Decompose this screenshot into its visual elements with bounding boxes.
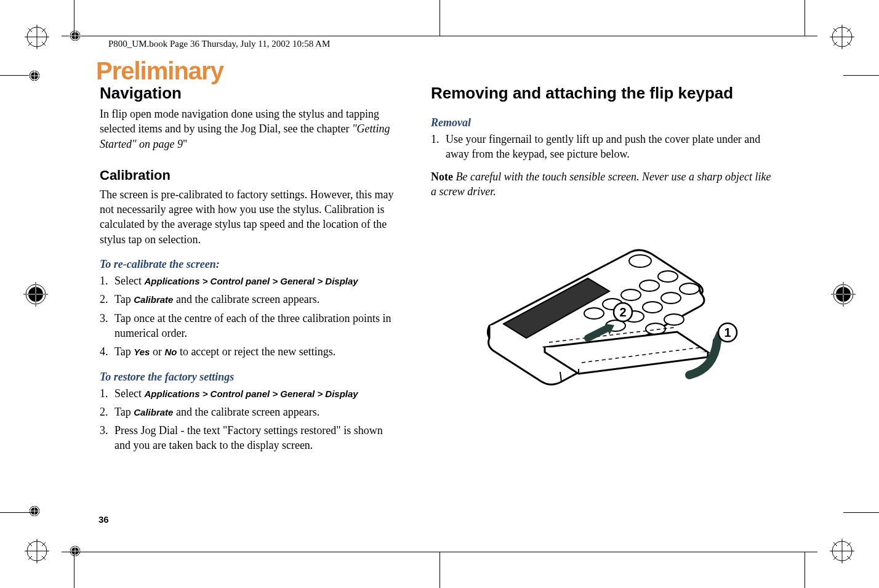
step-text: Select bbox=[114, 275, 144, 287]
list-item: 1.Select Applications > Control panel > … bbox=[100, 386, 395, 401]
figure-callout-1: 1 bbox=[724, 326, 731, 339]
navigation-paragraph: In flip open mode navigation done using … bbox=[100, 107, 395, 151]
svg-point-66 bbox=[680, 283, 699, 294]
step-text: and the calibrate screen appears. bbox=[173, 406, 319, 418]
crop-line bbox=[74, 552, 74, 588]
step-text: Tap bbox=[114, 345, 134, 358]
note-label: Note bbox=[431, 171, 453, 183]
ui-path: Applications > Control panel > General >… bbox=[144, 276, 358, 286]
page: P800_UM.book Page 36 Thursday, July 11, … bbox=[0, 0, 879, 588]
list-item: 3.Press Jog Dial - the text "Factory set… bbox=[100, 423, 395, 453]
ui-label: Calibrate bbox=[134, 407, 173, 417]
svg-point-62 bbox=[664, 314, 684, 325]
list-item: 2.Tap Calibrate and the calibrate screen… bbox=[100, 292, 395, 307]
preliminary-watermark: Preliminary bbox=[96, 57, 223, 85]
registration-mark-icon bbox=[28, 505, 41, 517]
crop-line bbox=[843, 75, 879, 76]
crop-line bbox=[843, 512, 879, 513]
crop-line bbox=[805, 552, 805, 588]
heading-restore: To restore the factory settings bbox=[100, 371, 395, 384]
note-paragraph: Note Be careful with the touch sensible … bbox=[431, 169, 776, 199]
list-item: 1.Select Applications > Control panel > … bbox=[100, 273, 395, 288]
registration-mark-icon bbox=[25, 25, 49, 49]
svg-point-64 bbox=[661, 292, 681, 304]
registration-mark-icon bbox=[28, 70, 41, 82]
svg-point-63 bbox=[640, 280, 659, 291]
right-column: Removing and attaching the flip keypad R… bbox=[431, 84, 776, 399]
left-column: Navigation In flip open mode navigation … bbox=[100, 84, 395, 457]
step-text: Select bbox=[114, 387, 144, 400]
step-text: and the calibrate screen appears. bbox=[173, 293, 319, 305]
nav-text: In flip open mode navigation done using … bbox=[100, 108, 379, 135]
svg-point-60 bbox=[621, 289, 641, 300]
step-text: Press Jog Dial - the text "Factory setti… bbox=[114, 424, 383, 451]
registration-mark-icon bbox=[69, 545, 81, 557]
list-item: 1.Use your fingernail to gently lift up … bbox=[431, 132, 776, 162]
svg-point-65 bbox=[658, 271, 678, 282]
note-text: Be careful with the touch sensible scree… bbox=[431, 171, 771, 198]
calibration-paragraph: The screen is pre-calibrated to factory … bbox=[100, 187, 395, 247]
registration-mark-icon bbox=[830, 25, 854, 49]
document-path-header: P800_UM.book Page 36 Thursday, July 11, … bbox=[108, 39, 330, 49]
heading-navigation: Navigation bbox=[100, 84, 395, 103]
ui-path: Applications > Control panel > General >… bbox=[144, 389, 358, 399]
step-text: Use your fingernail to gently lift up an… bbox=[446, 133, 760, 160]
svg-point-56 bbox=[629, 255, 651, 267]
ui-label: No bbox=[164, 347, 177, 357]
crop-line bbox=[805, 0, 805, 36]
registration-mark-icon bbox=[25, 539, 49, 563]
step-text: Tap once at the centre of each of the th… bbox=[114, 312, 391, 339]
recalibrate-steps: 1.Select Applications > Control panel > … bbox=[100, 273, 395, 359]
list-item: 2.Tap Calibrate and the calibrate screen… bbox=[100, 405, 395, 419]
heading-removal: Removal bbox=[431, 116, 776, 129]
svg-point-67 bbox=[584, 308, 604, 319]
nav-text-after: " bbox=[183, 138, 187, 150]
list-item: 3.Tap once at the centre of each of the … bbox=[100, 311, 395, 341]
heading-calibration: Calibration bbox=[100, 167, 395, 183]
step-text: to accept or reject the new settings. bbox=[177, 345, 335, 358]
registration-mark-icon bbox=[831, 282, 856, 307]
ui-label: Yes bbox=[134, 347, 150, 357]
registration-mark-icon bbox=[69, 30, 81, 42]
heading-removing-attaching: Removing and attaching the flip keypad bbox=[431, 84, 776, 103]
svg-point-61 bbox=[643, 302, 662, 313]
registration-mark-icon bbox=[830, 539, 854, 563]
ui-label: Calibrate bbox=[134, 294, 173, 305]
page-number: 36 bbox=[98, 514, 109, 525]
step-text: Tap bbox=[114, 406, 134, 418]
figure-callout-2: 2 bbox=[619, 305, 626, 319]
heading-recalibrate: To re-calibrate the screen: bbox=[100, 258, 395, 271]
step-text: or bbox=[150, 345, 164, 358]
registration-mark-icon bbox=[23, 282, 48, 307]
removal-steps: 1.Use your fingernail to gently lift up … bbox=[431, 132, 776, 162]
restore-steps: 1.Select Applications > Control panel > … bbox=[100, 386, 395, 453]
list-item: 4.Tap Yes or No to accept or reject the … bbox=[100, 344, 395, 359]
device-flip-keypad-figure: 1 2 bbox=[456, 218, 745, 397]
step-text: Tap bbox=[114, 293, 134, 305]
